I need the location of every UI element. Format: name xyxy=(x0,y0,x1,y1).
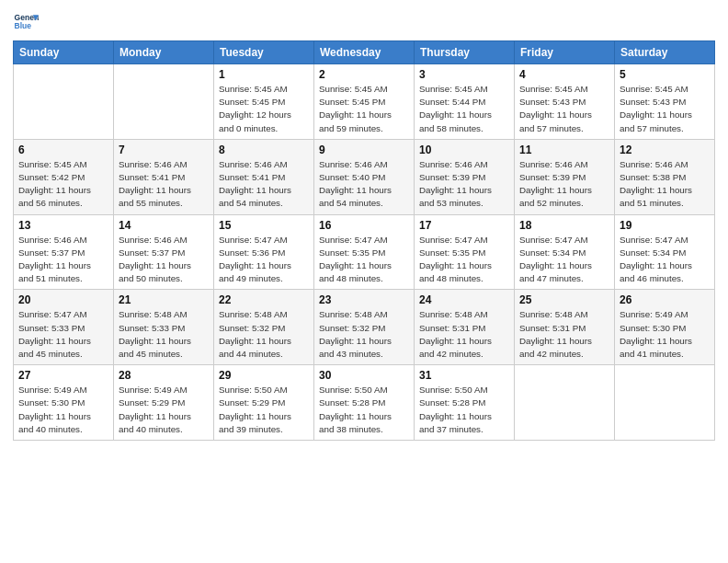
day-number: 21 xyxy=(119,293,209,306)
day-cell: 12Sunrise: 5:46 AM Sunset: 5:38 PM Dayli… xyxy=(615,139,715,214)
day-cell: 20Sunrise: 5:47 AM Sunset: 5:33 PM Dayli… xyxy=(14,290,114,365)
day-cell: 3Sunrise: 5:45 AM Sunset: 5:44 PM Daylig… xyxy=(415,64,515,140)
day-info: Sunrise: 5:45 AM Sunset: 5:44 PM Dayligh… xyxy=(419,83,509,135)
day-cell: 26Sunrise: 5:49 AM Sunset: 5:30 PM Dayli… xyxy=(615,290,715,365)
day-cell: 11Sunrise: 5:46 AM Sunset: 5:39 PM Dayli… xyxy=(515,139,615,214)
day-cell: 23Sunrise: 5:48 AM Sunset: 5:32 PM Dayli… xyxy=(314,290,415,365)
day-cell: 25Sunrise: 5:48 AM Sunset: 5:31 PM Dayli… xyxy=(515,290,615,365)
day-number: 4 xyxy=(519,68,609,81)
day-info: Sunrise: 5:46 AM Sunset: 5:41 PM Dayligh… xyxy=(219,158,309,211)
day-cell: 8Sunrise: 5:46 AM Sunset: 5:41 PM Daylig… xyxy=(214,139,314,214)
day-number: 5 xyxy=(620,68,710,81)
day-number: 30 xyxy=(319,369,409,382)
day-cell xyxy=(114,64,214,140)
day-number: 8 xyxy=(219,144,309,156)
day-info: Sunrise: 5:49 AM Sunset: 5:30 PM Dayligh… xyxy=(18,384,108,436)
day-info: Sunrise: 5:49 AM Sunset: 5:30 PM Dayligh… xyxy=(620,308,710,361)
day-number: 26 xyxy=(620,293,710,306)
day-info: Sunrise: 5:47 AM Sunset: 5:35 PM Dayligh… xyxy=(419,234,509,286)
day-number: 24 xyxy=(419,293,509,306)
day-cell: 30Sunrise: 5:50 AM Sunset: 5:28 PM Dayli… xyxy=(314,365,415,441)
week-row-1: 1Sunrise: 5:45 AM Sunset: 5:45 PM Daylig… xyxy=(14,64,715,140)
day-info: Sunrise: 5:47 AM Sunset: 5:36 PM Dayligh… xyxy=(219,234,309,286)
day-info: Sunrise: 5:46 AM Sunset: 5:39 PM Dayligh… xyxy=(519,158,609,211)
day-cell: 24Sunrise: 5:48 AM Sunset: 5:31 PM Dayli… xyxy=(415,290,515,365)
day-number: 22 xyxy=(219,293,309,306)
day-number: 6 xyxy=(18,144,108,156)
day-number: 20 xyxy=(18,293,108,306)
day-number: 14 xyxy=(119,219,209,232)
day-cell: 16Sunrise: 5:47 AM Sunset: 5:35 PM Dayli… xyxy=(314,214,415,290)
day-number: 3 xyxy=(419,68,509,81)
week-row-5: 27Sunrise: 5:49 AM Sunset: 5:30 PM Dayli… xyxy=(14,365,715,441)
day-info: Sunrise: 5:46 AM Sunset: 5:37 PM Dayligh… xyxy=(119,234,209,286)
day-number: 31 xyxy=(419,369,509,382)
week-row-4: 20Sunrise: 5:47 AM Sunset: 5:33 PM Dayli… xyxy=(14,290,715,365)
day-number: 15 xyxy=(219,219,309,232)
day-info: Sunrise: 5:50 AM Sunset: 5:28 PM Dayligh… xyxy=(419,384,509,436)
day-cell: 18Sunrise: 5:47 AM Sunset: 5:34 PM Dayli… xyxy=(515,214,615,290)
day-info: Sunrise: 5:45 AM Sunset: 5:43 PM Dayligh… xyxy=(519,83,609,135)
day-cell: 9Sunrise: 5:46 AM Sunset: 5:40 PM Daylig… xyxy=(314,139,415,214)
day-info: Sunrise: 5:50 AM Sunset: 5:28 PM Dayligh… xyxy=(319,384,409,436)
day-info: Sunrise: 5:47 AM Sunset: 5:34 PM Dayligh… xyxy=(519,234,609,286)
weekday-header-monday: Monday xyxy=(114,41,214,64)
day-info: Sunrise: 5:45 AM Sunset: 5:42 PM Dayligh… xyxy=(18,158,108,211)
day-info: Sunrise: 5:48 AM Sunset: 5:33 PM Dayligh… xyxy=(119,308,209,361)
calendar-table: SundayMondayTuesdayWednesdayThursdayFrid… xyxy=(13,40,715,441)
day-info: Sunrise: 5:47 AM Sunset: 5:35 PM Dayligh… xyxy=(319,234,409,286)
day-info: Sunrise: 5:48 AM Sunset: 5:31 PM Dayligh… xyxy=(419,308,509,361)
day-info: Sunrise: 5:49 AM Sunset: 5:29 PM Dayligh… xyxy=(119,384,209,436)
day-number: 23 xyxy=(319,293,409,306)
day-cell: 29Sunrise: 5:50 AM Sunset: 5:29 PM Dayli… xyxy=(214,365,314,441)
week-row-3: 13Sunrise: 5:46 AM Sunset: 5:37 PM Dayli… xyxy=(14,214,715,290)
day-cell xyxy=(615,365,715,441)
day-number: 29 xyxy=(219,369,309,382)
day-info: Sunrise: 5:48 AM Sunset: 5:32 PM Dayligh… xyxy=(319,308,409,361)
header: General Blue xyxy=(13,9,715,35)
day-cell: 7Sunrise: 5:46 AM Sunset: 5:41 PM Daylig… xyxy=(114,139,214,214)
day-info: Sunrise: 5:48 AM Sunset: 5:31 PM Dayligh… xyxy=(519,308,609,361)
day-cell: 22Sunrise: 5:48 AM Sunset: 5:32 PM Dayli… xyxy=(214,290,314,365)
weekday-header-wednesday: Wednesday xyxy=(314,41,415,64)
weekday-header-row: SundayMondayTuesdayWednesdayThursdayFrid… xyxy=(14,41,715,64)
day-cell: 17Sunrise: 5:47 AM Sunset: 5:35 PM Dayli… xyxy=(415,214,515,290)
day-number: 19 xyxy=(620,219,710,232)
day-number: 28 xyxy=(119,369,209,382)
day-cell: 19Sunrise: 5:47 AM Sunset: 5:34 PM Dayli… xyxy=(615,214,715,290)
day-number: 12 xyxy=(620,144,710,156)
page: General Blue SundayMondayTuesdayWednesda… xyxy=(0,0,728,563)
day-cell: 21Sunrise: 5:48 AM Sunset: 5:33 PM Dayli… xyxy=(114,290,214,365)
svg-text:Blue: Blue xyxy=(15,21,32,30)
day-number: 11 xyxy=(519,144,609,156)
day-number: 16 xyxy=(319,219,409,232)
day-cell: 6Sunrise: 5:45 AM Sunset: 5:42 PM Daylig… xyxy=(14,139,114,214)
weekday-header-saturday: Saturday xyxy=(615,41,715,64)
day-cell: 27Sunrise: 5:49 AM Sunset: 5:30 PM Dayli… xyxy=(14,365,114,441)
day-cell: 14Sunrise: 5:46 AM Sunset: 5:37 PM Dayli… xyxy=(114,214,214,290)
day-number: 10 xyxy=(419,144,509,156)
day-info: Sunrise: 5:46 AM Sunset: 5:38 PM Dayligh… xyxy=(620,158,710,211)
day-number: 13 xyxy=(18,219,108,232)
logo-icon: General Blue xyxy=(13,9,39,35)
day-info: Sunrise: 5:46 AM Sunset: 5:37 PM Dayligh… xyxy=(18,234,108,286)
day-cell: 1Sunrise: 5:45 AM Sunset: 5:45 PM Daylig… xyxy=(214,64,314,140)
day-cell: 2Sunrise: 5:45 AM Sunset: 5:45 PM Daylig… xyxy=(314,64,415,140)
day-info: Sunrise: 5:46 AM Sunset: 5:40 PM Dayligh… xyxy=(319,158,409,211)
day-number: 27 xyxy=(18,369,108,382)
day-info: Sunrise: 5:46 AM Sunset: 5:39 PM Dayligh… xyxy=(419,158,509,211)
day-number: 1 xyxy=(219,68,309,81)
day-cell: 15Sunrise: 5:47 AM Sunset: 5:36 PM Dayli… xyxy=(214,214,314,290)
day-info: Sunrise: 5:47 AM Sunset: 5:34 PM Dayligh… xyxy=(620,234,710,286)
day-number: 25 xyxy=(519,293,609,306)
day-number: 18 xyxy=(519,219,609,232)
day-cell: 13Sunrise: 5:46 AM Sunset: 5:37 PM Dayli… xyxy=(14,214,114,290)
day-number: 9 xyxy=(319,144,409,156)
day-cell: 31Sunrise: 5:50 AM Sunset: 5:28 PM Dayli… xyxy=(415,365,515,441)
day-info: Sunrise: 5:46 AM Sunset: 5:41 PM Dayligh… xyxy=(119,158,209,211)
day-info: Sunrise: 5:45 AM Sunset: 5:45 PM Dayligh… xyxy=(219,83,309,135)
weekday-header-sunday: Sunday xyxy=(14,41,114,64)
day-cell xyxy=(14,64,114,140)
day-info: Sunrise: 5:45 AM Sunset: 5:43 PM Dayligh… xyxy=(620,83,710,135)
day-number: 17 xyxy=(419,219,509,232)
